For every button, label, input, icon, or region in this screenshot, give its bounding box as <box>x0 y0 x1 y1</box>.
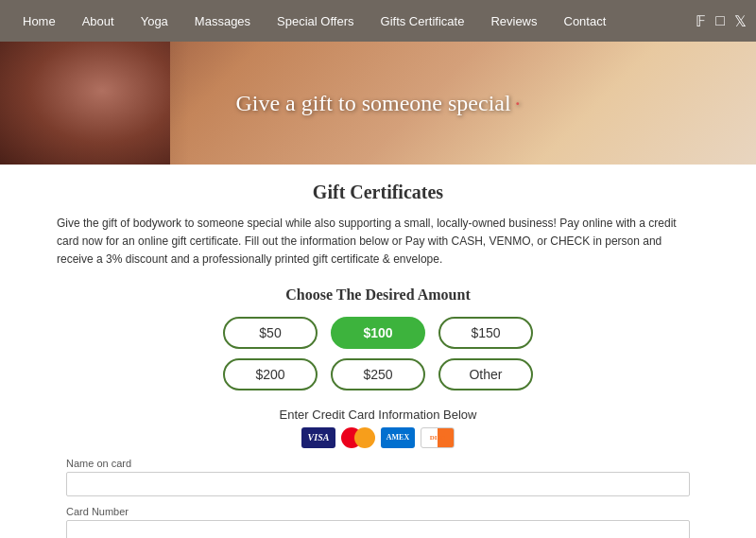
amount-250[interactable]: $250 <box>331 358 425 390</box>
hero-banner: Give a gift to someone special· <box>0 42 756 165</box>
card-number-input[interactable] <box>66 520 690 538</box>
nav-contact[interactable]: Contact <box>551 0 620 42</box>
mastercard-icon <box>341 427 375 448</box>
hero-person-image <box>0 42 170 165</box>
card-number-label: Card Number <box>66 506 690 517</box>
cc-section: Enter Credit Card Information Below VISA… <box>57 408 699 448</box>
amount-row-1: $50 $100 $150 <box>223 317 533 349</box>
cc-title: Enter Credit Card Information Below <box>57 408 699 422</box>
social-icons: 𝔽 □ 𝕏 <box>696 12 747 30</box>
main-content: Gift Certificates Give the gift of bodyw… <box>0 165 756 538</box>
nav-gifts-certificate[interactable]: Gifts Certificate <box>368 0 478 42</box>
cc-icons: VISA AMEX DISC <box>57 427 699 448</box>
nav-yoga[interactable]: Yoga <box>128 0 181 42</box>
name-field-row: Name on card <box>66 458 690 496</box>
hero-dot: · <box>515 91 521 115</box>
credit-card-form: Name on card Card Number Expire Date Sec… <box>57 458 699 538</box>
nav-special-offers[interactable]: Special Offers <box>264 0 367 42</box>
card-number-row: Card Number <box>66 506 690 538</box>
amex-icon: AMEX <box>381 427 415 448</box>
section-title: Gift Certificates <box>57 182 699 203</box>
hero-text: Give a gift to someone special· <box>235 91 520 116</box>
twitter-icon[interactable]: 𝕏 <box>734 12 747 30</box>
description-text: Give the gift of bodywork to someone spe… <box>57 215 699 269</box>
instagram-icon[interactable]: □ <box>715 12 725 29</box>
nav-home[interactable]: Home <box>9 0 69 42</box>
choose-title: Choose The Desired Amount <box>57 286 699 304</box>
visa-icon: VISA <box>301 427 335 448</box>
discover-icon: DISC <box>421 427 455 448</box>
nav-reviews[interactable]: Reviews <box>477 0 550 42</box>
amount-50[interactable]: $50 <box>223 317 318 349</box>
facebook-icon[interactable]: 𝔽 <box>696 12 706 30</box>
nav-massages[interactable]: Massages <box>181 0 264 42</box>
amount-grid: $50 $100 $150 $200 $250 Other <box>57 317 699 390</box>
amount-150[interactable]: $150 <box>438 317 533 349</box>
navigation: Home About Yoga Massages Special Offers … <box>0 0 756 42</box>
nav-about[interactable]: About <box>69 0 128 42</box>
name-label: Name on card <box>66 458 690 469</box>
amount-other[interactable]: Other <box>438 358 533 390</box>
amount-row-2: $200 $250 Other <box>223 358 533 390</box>
amount-100[interactable]: $100 <box>331 317 425 349</box>
name-input[interactable] <box>66 472 690 496</box>
amount-200[interactable]: $200 <box>223 358 318 390</box>
nav-links: Home About Yoga Massages Special Offers … <box>9 0 619 42</box>
